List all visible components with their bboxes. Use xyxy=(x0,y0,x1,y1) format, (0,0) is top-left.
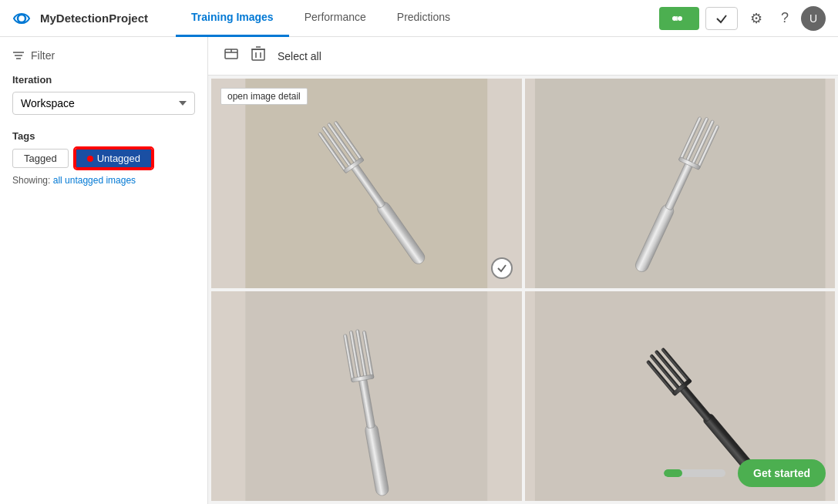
tags-label: Tags xyxy=(12,130,195,142)
main-content: Select all xyxy=(208,37,838,504)
header-actions: ⚙ ? U xyxy=(659,6,826,31)
svg-rect-10 xyxy=(252,49,264,60)
tab-training-images[interactable]: Training Images xyxy=(176,0,289,37)
svg-point-0 xyxy=(18,15,25,22)
get-started-button[interactable]: Get started xyxy=(738,459,826,487)
check-circle-1[interactable] xyxy=(491,257,513,279)
tab-performance[interactable]: Performance xyxy=(289,0,382,37)
train-button[interactable] xyxy=(659,7,699,30)
filter-icon xyxy=(12,49,25,62)
image-cell-4[interactable]: Get started xyxy=(525,291,836,501)
iteration-label: Iteration xyxy=(12,74,195,86)
filter-label: Filter xyxy=(31,49,55,62)
app-header: MyDetectionProject Training Images Perfo… xyxy=(0,0,838,37)
image-cell-1[interactable]: open image detail xyxy=(211,79,522,288)
image-grid: open image detail xyxy=(208,76,838,504)
help-button[interactable]: ? xyxy=(775,7,795,29)
settings-button[interactable]: ⚙ xyxy=(744,7,769,30)
app-logo xyxy=(12,9,31,28)
add-images-icon[interactable] xyxy=(224,46,239,66)
image-cell-3[interactable] xyxy=(211,291,522,501)
untagged-label: Untagged xyxy=(97,153,140,164)
main-nav: Training Images Performance Predictions xyxy=(176,0,650,37)
get-started-area: Get started xyxy=(664,459,826,487)
showing-link[interactable]: all untagged images xyxy=(53,175,136,186)
filter-row: Filter xyxy=(12,49,195,62)
tab-predictions[interactable]: Predictions xyxy=(382,0,466,37)
avatar: U xyxy=(801,6,826,31)
tags-row: Tagged Untagged xyxy=(12,148,195,169)
iteration-select[interactable]: Workspace xyxy=(12,92,195,115)
select-all-button[interactable]: Select all xyxy=(278,50,321,62)
svg-point-1 xyxy=(672,16,677,21)
toolbar: Select all xyxy=(208,37,838,76)
showing-prefix: Showing: xyxy=(12,175,53,186)
delete-icon[interactable] xyxy=(251,46,265,66)
progress-fill xyxy=(664,469,682,477)
untagged-button[interactable]: Untagged xyxy=(75,148,153,169)
progress-bar xyxy=(664,469,725,477)
sidebar: Filter Iteration Workspace Tags Tagged U… xyxy=(0,37,208,504)
tagged-button[interactable]: Tagged xyxy=(12,149,69,168)
showing-text: Showing: all untagged images xyxy=(12,175,195,186)
image-cell-2[interactable] xyxy=(525,79,836,288)
svg-point-2 xyxy=(678,16,682,21)
check-button[interactable] xyxy=(705,7,738,30)
main-layout: Filter Iteration Workspace Tags Tagged U… xyxy=(0,37,838,504)
project-name: MyDetectionProject xyxy=(40,12,148,25)
red-dot xyxy=(87,156,93,162)
